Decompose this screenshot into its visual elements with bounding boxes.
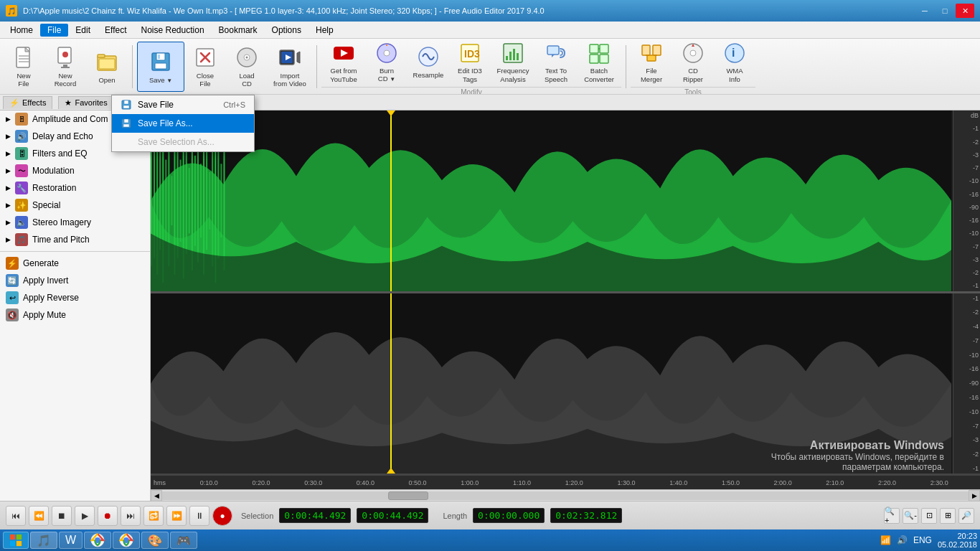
- apply-mute-icon: 🔇: [6, 309, 19, 321]
- edit-id3-button[interactable]: ID3 Edit ID3Tags: [449, 39, 491, 87]
- resample-label: Resample: [413, 71, 444, 79]
- sidebar-item-time-pitch[interactable]: ▶ 🎵 Time and Pitch: [0, 231, 150, 248]
- sidebar-item-modulation[interactable]: ▶ 〜 Modulation: [0, 162, 150, 179]
- svg-rect-14: [158, 55, 160, 59]
- frequency-analysis-button[interactable]: FrequencyAnalysis: [491, 39, 535, 87]
- menu-file[interactable]: File: [40, 24, 68, 37]
- burn-cd-button[interactable]: BurnCD ▼: [366, 39, 407, 87]
- chrome-icon-1: [90, 533, 105, 547]
- new-file-button[interactable]: NewFile: [3, 42, 44, 92]
- taskbar-clock: 20:23 05.02.2018: [938, 532, 977, 549]
- waveform-svg-bottom: [151, 293, 951, 474]
- zoom-fit-button[interactable]: ⊡: [921, 508, 937, 524]
- zoom-select-button[interactable]: ⊞: [940, 508, 956, 524]
- open-button[interactable]: Open: [86, 42, 128, 92]
- transport-go-end[interactable]: ⏭: [121, 506, 141, 526]
- get-from-youtube-button[interactable]: Get fromYouTube: [321, 39, 366, 87]
- import-from-video-button[interactable]: Importfrom Video: [268, 42, 312, 92]
- transport-zoom-controls: 🔍+ 🔍- ⊡ ⊞ 🔎: [884, 508, 974, 524]
- transport-record2[interactable]: ●: [212, 506, 232, 526]
- save-button[interactable]: Save ▼: [137, 42, 184, 92]
- transport-go-start[interactable]: ⏮: [6, 506, 26, 526]
- wma-info-icon: i: [722, 40, 748, 65]
- batch-converter-button[interactable]: BatchConverter: [577, 39, 621, 87]
- sidebar-item-apply-reverse[interactable]: ↩ Apply Reverse: [0, 289, 150, 306]
- transport-fast-forward[interactable]: ⏩: [166, 506, 187, 526]
- svg-point-49: [690, 50, 696, 56]
- sidebar-item-generate[interactable]: ⚡ Generate: [0, 255, 150, 272]
- length-end-value: 0:02:32.812: [550, 508, 622, 523]
- horizontal-scrollbar[interactable]: ◀ ▶: [151, 489, 980, 501]
- sidebar: ▶ 🎚 Amplitude and Com ▶ 🔊 Delay and Echo…: [0, 110, 151, 501]
- taskbar-language: ENG: [913, 535, 932, 545]
- taskbar-chrome-1[interactable]: [84, 532, 111, 549]
- sidebar-item-special[interactable]: ▶ ✨ Special: [0, 197, 150, 214]
- waveform-svg-top: [151, 110, 951, 291]
- menu-options[interactable]: Options: [265, 24, 308, 37]
- transport-pause[interactable]: ⏸: [189, 506, 209, 526]
- taskbar-app6[interactable]: 🎮: [170, 532, 197, 549]
- time-expand-icon: ▶: [6, 236, 11, 243]
- menu-edit[interactable]: Edit: [68, 24, 98, 37]
- text-to-speech-button[interactable]: Text ToSpeech: [535, 39, 577, 87]
- menu-home[interactable]: Home: [3, 24, 40, 37]
- clock-time: 20:23: [957, 532, 977, 540]
- amplitude-icon: 🎚: [15, 113, 28, 126]
- file-merger-button[interactable]: FileMerger: [631, 39, 672, 87]
- toolbar-sep-3: [626, 45, 626, 88]
- waveform-area[interactable]: dB -1 -2 -3 -7 -10 -16 -90 -16 -10 -7 -3…: [151, 110, 980, 501]
- sidebar-item-stereo-imagery[interactable]: ▶ 🔈 Stereo Imagery: [0, 214, 150, 231]
- waveform-channel-top[interactable]: dB -1 -2 -3 -7 -10 -16 -90 -16 -10 -7 -3…: [151, 110, 980, 293]
- clock-date: 05.02.2018: [938, 540, 977, 549]
- resample-button[interactable]: Resample: [407, 39, 449, 87]
- maximize-button[interactable]: □: [936, 4, 954, 18]
- transport-loop[interactable]: 🔂: [143, 506, 164, 526]
- close-button[interactable]: ✕: [956, 4, 974, 18]
- modify-group-label: Modify: [321, 87, 621, 95]
- svg-marker-22: [297, 52, 300, 63]
- scrollbar-right-arrow[interactable]: ▶: [969, 490, 980, 501]
- cd-ripper-button[interactable]: CDRipper: [672, 39, 714, 87]
- sidebar-item-restoration[interactable]: ▶ 🔧 Restoration: [0, 179, 150, 197]
- menu-noise-reduction[interactable]: Noise Reduction: [134, 24, 212, 37]
- sidebar-item-apply-invert[interactable]: 🔄 Apply Invert: [0, 272, 150, 289]
- taskbar-paint[interactable]: 🎨: [141, 532, 169, 549]
- favorites-tab[interactable]: ★ Favorites: [58, 96, 113, 109]
- taskbar-fae[interactable]: 🎵: [30, 532, 57, 549]
- special-expand-icon: ▶: [6, 202, 11, 209]
- transport-stop[interactable]: ⏹: [52, 506, 72, 526]
- scrollbar-left-arrow[interactable]: ◀: [151, 490, 162, 501]
- menu-help[interactable]: Help: [308, 24, 341, 37]
- scrollbar-track[interactable]: [162, 491, 969, 500]
- zoom-in-button[interactable]: 🔍+: [884, 508, 900, 524]
- minimize-button[interactable]: ─: [915, 4, 934, 18]
- menu-bookmark[interactable]: Bookmark: [212, 24, 265, 37]
- new-record-button[interactable]: NewRecord: [44, 42, 86, 92]
- wma-info-button[interactable]: i WMAInfo: [714, 39, 755, 87]
- load-cd-button[interactable]: LoadCD: [226, 42, 268, 92]
- menu-effect[interactable]: Effect: [98, 24, 133, 37]
- transport-rewind[interactable]: ⏪: [29, 506, 49, 526]
- save-file-label: Save File: [138, 100, 174, 110]
- sidebar-item-apply-mute[interactable]: 🔇 Apply Mute: [0, 306, 150, 324]
- effects-tab[interactable]: ⚡ Effects: [3, 96, 52, 109]
- taskbar-chrome-2[interactable]: [113, 532, 140, 549]
- waveform-channel-bottom[interactable]: -1 -2 -4 -7 -10 -16 -90 -16 -10 -7 -3 -2…: [151, 293, 980, 476]
- open-icon: [94, 49, 120, 75]
- save-file-as-item[interactable]: Save File As...: [112, 114, 254, 133]
- transport-record[interactable]: ⏺: [98, 506, 118, 526]
- scrollbar-thumb[interactable]: [388, 491, 428, 500]
- svg-rect-42: [600, 55, 608, 63]
- import-from-video-icon: [277, 45, 303, 70]
- taskbar-word[interactable]: W: [59, 532, 83, 549]
- transport-play[interactable]: ▶: [75, 506, 95, 526]
- start-button[interactable]: [3, 532, 29, 549]
- file-merger-label: FileMerger: [641, 67, 662, 83]
- menubar: Home File Edit Effect Noise Reduction Bo…: [0, 22, 980, 39]
- taskbar-right: 📶 🔊 ENG 20:23 05.02.2018: [880, 532, 977, 549]
- zoom-out-button[interactable]: 🔍-: [903, 508, 918, 524]
- save-file-item[interactable]: Save File Ctrl+S: [112, 95, 254, 114]
- close-file-button[interactable]: CloseFile: [184, 42, 226, 92]
- zoom-all-button[interactable]: 🔎: [958, 508, 974, 524]
- edit-id3-icon: ID3: [457, 40, 483, 65]
